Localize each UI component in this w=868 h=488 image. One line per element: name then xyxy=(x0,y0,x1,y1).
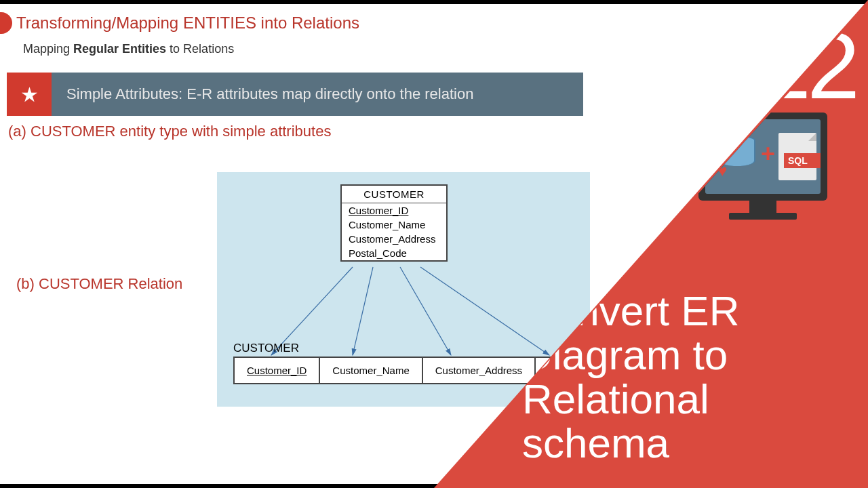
entity-pk: Customer_ID xyxy=(342,203,446,218)
relation-name: CUSTOMER xyxy=(233,342,299,355)
episode-number: 22 xyxy=(758,11,856,121)
entity-attr-2: Postal_Code xyxy=(342,246,446,260)
title-accent-tab xyxy=(0,12,12,34)
plus-icon: + xyxy=(761,140,775,168)
subtitle-suffix: to Relations xyxy=(166,42,234,56)
monitor-icon: ♥ + SQL xyxy=(698,113,827,228)
relation-col-2: Customer_Address xyxy=(423,357,536,384)
entity-attr-1: Customer_Address xyxy=(342,232,446,246)
slide-subtitle: Mapping Regular Entities to Relations xyxy=(23,42,590,56)
subtitle-bold: Regular Entities xyxy=(73,42,166,56)
entity-box: CUSTOMER Customer_ID Customer_Name Custo… xyxy=(340,184,448,262)
slide-content: Transforming/Mapping ENTITIES into Relat… xyxy=(0,4,590,146)
section-a-label: (a) CUSTOMER entity type with simple att… xyxy=(8,123,582,140)
heart-icon: ♥ xyxy=(717,161,727,180)
svg-line-1 xyxy=(353,267,373,355)
slide-title: Transforming/Mapping ENTITIES into Relat… xyxy=(16,14,359,33)
callout-bar: ★ Simple Attributes: E-R attributes map … xyxy=(7,73,583,116)
diagram-area: CUSTOMER Customer_ID Customer_Name Custo… xyxy=(217,172,590,407)
sql-doc-icon: SQL xyxy=(778,133,816,180)
entity-attr-0: Customer_Name xyxy=(342,218,446,232)
svg-line-2 xyxy=(400,267,451,355)
relation-col-0: Customer_ID xyxy=(233,357,320,384)
svg-line-3 xyxy=(420,267,549,355)
subtitle-prefix: Mapping xyxy=(23,42,73,56)
relation-col-1: Customer_Name xyxy=(320,357,422,384)
star-icon: ★ xyxy=(7,73,52,116)
sql-badge: SQL xyxy=(784,153,821,168)
callout-text: Simple Attributes: E-R attributes map di… xyxy=(52,73,583,116)
section-b-label: (b) CUSTOMER Relation xyxy=(16,275,182,293)
entity-name: CUSTOMER xyxy=(342,186,446,203)
